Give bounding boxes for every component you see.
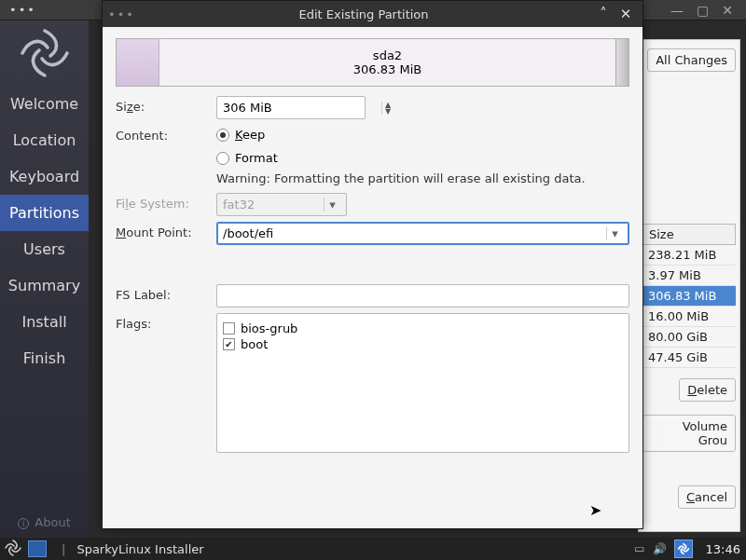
taskbar: | SparkyLinux Installer ▭ 🔊 13:46 bbox=[0, 538, 746, 560]
sidebar-item-keyboard[interactable]: Keyboard bbox=[0, 158, 89, 195]
size-input[interactable] bbox=[223, 101, 381, 115]
size-row[interactable]: 238.21 MiB bbox=[642, 245, 736, 266]
content-keep-radio[interactable]: Keep bbox=[216, 128, 629, 142]
size-row[interactable]: 16.00 MiB bbox=[642, 307, 736, 327]
dialog-titlebar: ••• Edit Existing Partition ˄ ✕ bbox=[103, 1, 642, 27]
size-row[interactable]: 47.45 GiB bbox=[642, 348, 736, 368]
sidebar-item-finish[interactable]: Finish bbox=[0, 340, 89, 376]
size-column-header: Size bbox=[642, 224, 736, 245]
sidebar-item-partitions[interactable]: Partitions bbox=[0, 195, 89, 231]
flags-listbox: bios-grub boot bbox=[216, 313, 629, 453]
dialog-menu-dots-icon: ••• bbox=[108, 7, 135, 21]
info-icon: i bbox=[18, 518, 29, 529]
size-field-label: Size: bbox=[116, 96, 216, 114]
menu-dots-icon: ••• bbox=[9, 3, 36, 17]
partition-name-label: sda2 bbox=[373, 48, 402, 62]
size-spinner[interactable]: ▲ ▼ bbox=[216, 96, 366, 119]
size-row[interactable]: 80.00 GiB bbox=[642, 327, 736, 348]
dialog-title: Edit Existing Partition bbox=[135, 7, 592, 21]
sidebar-about-link[interactable]: i About bbox=[0, 506, 89, 539]
new-volume-group-button[interactable]: Volume Grou bbox=[642, 415, 736, 452]
sidebar-item-location[interactable]: Location bbox=[0, 122, 89, 158]
chevron-down-icon[interactable]: ▾ bbox=[606, 226, 623, 240]
outer-maximize-icon[interactable]: ▢ bbox=[697, 3, 709, 18]
flag-bios-grub-checkbox[interactable]: bios-grub bbox=[223, 321, 623, 335]
taskbar-running-task-icon[interactable] bbox=[28, 540, 47, 557]
mountpoint-field-label: Mount Point: bbox=[116, 222, 216, 239]
filesystem-combo: fat32 ▾ bbox=[216, 193, 347, 216]
size-row[interactable]: 306.83 MiB bbox=[642, 286, 736, 307]
delete-partition-button[interactable]: Delete bbox=[679, 378, 736, 402]
flag-boot-checkbox[interactable]: boot bbox=[223, 337, 623, 351]
checkbox-icon bbox=[223, 338, 235, 350]
taskbar-task-label[interactable]: SparkyLinux Installer bbox=[76, 542, 203, 556]
content-format-radio[interactable]: Format bbox=[216, 151, 629, 165]
revert-all-changes-button[interactable]: All Changes bbox=[647, 48, 736, 72]
partition-size-label: 306.83 MiB bbox=[353, 62, 421, 76]
flags-field-label: Flags: bbox=[116, 313, 216, 331]
outer-close-icon[interactable]: ✕ bbox=[722, 3, 733, 18]
radio-icon bbox=[216, 152, 229, 165]
size-down-icon[interactable]: ▼ bbox=[385, 108, 391, 115]
installer-sidebar: Welcome Location Keyboard Partitions Use… bbox=[0, 20, 89, 539]
partition-visual-bar: sda2 306.83 MiB bbox=[116, 38, 629, 87]
format-warning-text: Warning: Formatting the partition will e… bbox=[216, 171, 629, 187]
sidebar-item-welcome[interactable]: Welcome bbox=[0, 86, 89, 122]
cancel-install-button[interactable]: Cancel bbox=[678, 485, 736, 509]
bar-endcap-icon bbox=[615, 39, 629, 86]
fslabel-input[interactable] bbox=[216, 284, 629, 307]
sidebar-item-summary[interactable]: Summary bbox=[0, 267, 89, 304]
partition-list-panel: All Changes Size 238.21 MiB 3.97 MiB 306… bbox=[638, 39, 740, 532]
outer-minimize-icon[interactable]: — bbox=[670, 3, 684, 18]
taskbar-clock[interactable]: 13:46 bbox=[706, 542, 740, 556]
dialog-rollup-icon[interactable]: ˄ bbox=[592, 6, 615, 22]
tray-volume-icon[interactable]: 🔊 bbox=[653, 542, 667, 555]
edit-partition-dialog: ••• Edit Existing Partition ˄ ✕ sda2 306… bbox=[102, 0, 643, 529]
mountpoint-combo[interactable]: /boot/efi ▾ bbox=[216, 222, 629, 245]
sidebar-item-install[interactable]: Install bbox=[0, 304, 89, 340]
checkbox-icon bbox=[223, 322, 235, 335]
size-row[interactable]: 3.97 MiB bbox=[642, 266, 736, 286]
filesystem-field-label: File System: bbox=[116, 193, 216, 211]
sidebar-item-users[interactable]: Users bbox=[0, 231, 89, 267]
chevron-down-icon: ▾ bbox=[324, 198, 340, 212]
dialog-close-icon[interactable]: ✕ bbox=[615, 6, 637, 22]
fslabel-field-label: FS Label: bbox=[116, 284, 216, 302]
radio-icon bbox=[216, 129, 229, 142]
mountpoint-value[interactable]: /boot/efi bbox=[223, 226, 606, 240]
tray-installer-icon[interactable] bbox=[674, 540, 693, 558]
tray-display-icon[interactable]: ▭ bbox=[634, 542, 644, 555]
content-field-label: Content: bbox=[116, 125, 216, 143]
taskbar-logo-icon[interactable] bbox=[4, 539, 22, 560]
distro-logo-icon bbox=[0, 20, 89, 86]
partition-thumb-icon bbox=[117, 39, 159, 86]
